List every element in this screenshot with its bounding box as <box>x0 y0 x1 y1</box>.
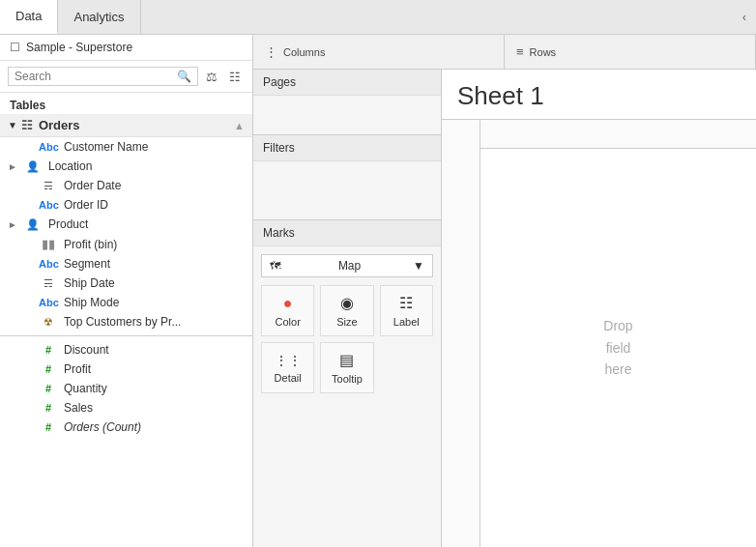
field-name-order-date: Order Date <box>64 179 245 192</box>
marks-type-dropdown[interactable]: 🗺 Map ▼ <box>261 254 433 277</box>
field-type-hash-icon-discount: # <box>39 344 58 356</box>
scroll-indicator: ▲ <box>234 120 245 131</box>
sheet-title: Sheet 1 <box>457 81 544 110</box>
marks-color-label: Color <box>276 316 301 328</box>
filter-btn[interactable]: ⚖ <box>202 68 221 86</box>
marks-type-label: Map <box>338 259 361 273</box>
field-item-product[interactable]: ► 👤 Product <box>0 215 252 234</box>
detail-icon: ⋮⋮ <box>275 353 302 368</box>
field-item-order-date[interactable]: ☴ Order Date <box>0 176 252 195</box>
size-icon: ◉ <box>340 294 354 312</box>
marks-grid: ● Color ◉ Size ☷ Label <box>253 285 441 401</box>
map-icon: 🗺 <box>270 260 280 272</box>
label-icon: ☷ <box>399 294 413 312</box>
filters-body[interactable] <box>253 161 441 219</box>
tab-analytics[interactable]: Analytics <box>58 0 140 34</box>
datasource-row: ☐ Sample - Superstore <box>0 35 252 61</box>
expand-arrow-product[interactable]: ► <box>8 219 23 230</box>
canvas-body[interactable]: Drop field here <box>480 149 756 547</box>
field-name-profit: Profit <box>64 362 245 376</box>
main-layout: ☐ Sample - Superstore 🔍 ⚖ ☷ Tables ▼ ☷ O… <box>0 35 756 547</box>
field-name-discount: Discount <box>64 343 245 357</box>
field-type-abc-icon-3: Abc <box>39 258 58 270</box>
canvas-top-axis <box>480 120 756 149</box>
field-type-hash-icon-count: # <box>39 421 58 433</box>
rows-icon: ≡ <box>516 44 524 59</box>
field-name-order-id: Order ID <box>64 198 245 212</box>
field-type-geo-icon-2: 👤 <box>23 218 43 231</box>
tab-bar: Data Analytics ‹ <box>0 0 756 35</box>
field-item-orders-count[interactable]: # Orders (Count) <box>0 417 252 437</box>
sheet-title-area: Sheet 1 <box>442 70 756 119</box>
field-item-ship-mode[interactable]: Abc Ship Mode <box>0 293 252 312</box>
marks-detail-label: Detail <box>275 372 302 384</box>
field-type-abc-icon: Abc <box>39 141 58 153</box>
marks-detail-btn[interactable]: ⋮⋮ Detail <box>261 342 314 393</box>
orders-section-header[interactable]: ▼ ☷ Orders ▲ <box>0 114 252 137</box>
field-name-sales: Sales <box>64 401 245 415</box>
tooltip-icon: ▤ <box>339 351 354 369</box>
field-item-ship-date[interactable]: ☴ Ship Date <box>0 274 252 293</box>
sidebar-collapse-btn[interactable]: ‹ <box>733 0 756 34</box>
expand-arrow-location[interactable]: ► <box>8 161 23 172</box>
canvas-main: Drop field here <box>480 120 756 547</box>
field-type-bar-icon: ▮▮ <box>39 237 58 251</box>
field-type-abc-icon-4: Abc <box>39 297 58 308</box>
field-name-ship-mode: Ship Mode <box>64 296 245 309</box>
orders-label: Orders <box>39 118 80 132</box>
search-input-wrapper[interactable]: 🔍 <box>8 67 198 86</box>
rows-shelf[interactable]: ≡ Rows <box>505 35 756 69</box>
color-dots-icon: ● <box>283 295 293 312</box>
left-panels: Pages Filters Marks <box>253 70 442 547</box>
canvas-left-axis <box>442 120 480 547</box>
field-type-date-icon: ☴ <box>39 180 58 192</box>
search-input[interactable] <box>15 70 177 83</box>
pages-header: Pages <box>253 70 441 96</box>
field-item-location[interactable]: ► 👤 Location <box>0 157 252 176</box>
fields-list: ▼ ☷ Orders ▲ Abc Customer Name ► 👤 Locat… <box>0 114 252 547</box>
field-item-discount[interactable]: # Discount <box>0 340 252 360</box>
marks-header: Marks <box>253 220 441 246</box>
columns-label: Columns <box>283 46 325 58</box>
marks-tooltip-label: Tooltip <box>332 373 363 385</box>
marks-tooltip-btn[interactable]: ▤ Tooltip <box>320 342 373 393</box>
marks-size-btn[interactable]: ◉ Size <box>320 285 373 336</box>
marks-size-label: Size <box>336 316 357 328</box>
field-item-segment[interactable]: Abc Segment <box>0 254 252 274</box>
dropdown-arrow-icon: ▼ <box>413 259 424 273</box>
filters-section: Filters <box>253 135 441 220</box>
field-item-top-customers[interactable]: ☢ Top Customers by Pr... <box>0 312 252 331</box>
marks-label-label: Label <box>393 316 420 328</box>
view-toggle-btn[interactable]: ☷ <box>225 68 245 86</box>
field-item-profit-bin[interactable]: ▮▮ Profit (bin) <box>0 234 252 254</box>
field-name-quantity: Quantity <box>64 382 245 395</box>
marks-color-btn[interactable]: ● Color <box>261 285 314 336</box>
field-type-calc-icon: ☢ <box>39 316 58 329</box>
field-type-geo-icon: 👤 <box>23 160 43 173</box>
field-name-orders-count: Orders (Count) <box>64 420 245 434</box>
field-type-hash-icon-quantity: # <box>39 383 58 394</box>
field-type-date-icon-2: ☴ <box>39 277 58 290</box>
tables-label: Tables <box>0 93 252 114</box>
search-icon[interactable]: 🔍 <box>177 70 191 83</box>
field-name-ship-date: Ship Date <box>64 276 245 290</box>
pages-body[interactable] <box>253 96 441 134</box>
field-item-sales[interactable]: # Sales <box>0 398 252 417</box>
pages-section: Pages <box>253 70 441 135</box>
field-item-customer-name[interactable]: Abc Customer Name <box>0 137 252 157</box>
marks-label-btn[interactable]: ☷ Label <box>380 285 433 336</box>
right-panel: ⋮ Columns ≡ Rows Pages <box>253 35 756 547</box>
field-item-profit[interactable]: # Profit <box>0 360 252 379</box>
columns-shelf[interactable]: ⋮ Columns <box>253 35 505 69</box>
field-name-top-customers: Top Customers by Pr... <box>64 315 245 329</box>
field-name-customer-name: Customer Name <box>64 140 245 154</box>
field-name-product: Product <box>48 217 245 231</box>
field-name-location: Location <box>48 159 245 173</box>
field-type-hash-icon-profit: # <box>39 363 58 375</box>
field-item-order-id[interactable]: Abc Order ID <box>0 195 252 215</box>
canvas-area: Sheet 1 Drop field here <box>442 70 756 547</box>
filters-header: Filters <box>253 135 441 161</box>
tab-data[interactable]: Data <box>0 0 58 34</box>
field-item-quantity[interactable]: # Quantity <box>0 379 252 398</box>
drop-field-hint: Drop field here <box>603 315 632 380</box>
